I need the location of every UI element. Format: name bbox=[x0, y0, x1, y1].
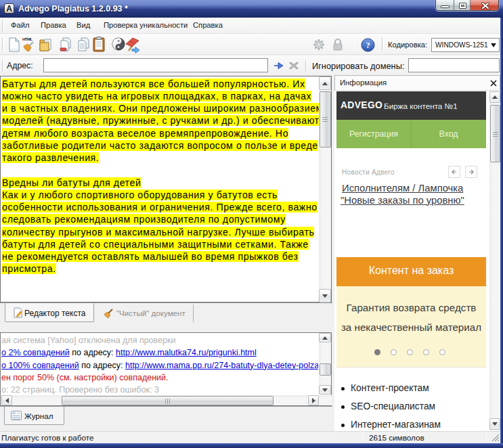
svg-text:?: ? bbox=[366, 41, 370, 50]
svg-text:HTML: HTML bbox=[22, 37, 32, 41]
